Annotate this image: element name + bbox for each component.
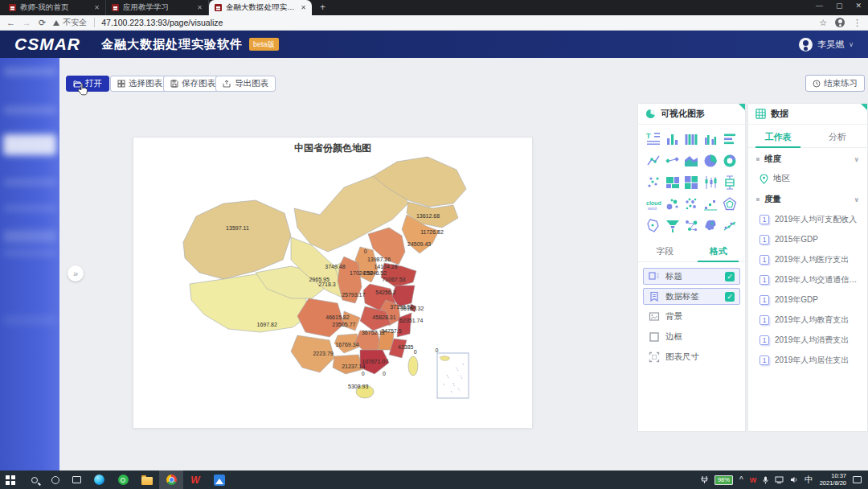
china-choropleth-map[interactable]: 13597.1113612.6811726.8224509.43013987.2… [133, 138, 532, 428]
format-item-label: 图表尺寸 [665, 351, 699, 363]
measure-label: 2015年GDP [775, 234, 818, 245]
sidebar-expand-handle[interactable]: » [68, 265, 84, 281]
chrome-icon[interactable] [159, 471, 183, 489]
security-indicator[interactable]: 不安全 [53, 17, 87, 28]
donut-chart-icon[interactable] [722, 153, 738, 169]
menu-dots-icon[interactable]: ⋮ [853, 18, 862, 28]
measure-item-7[interactable]: 12019年人均居住支出 [748, 350, 867, 370]
format-item-3[interactable]: 边框 [643, 328, 740, 345]
trend-scatter-icon[interactable] [722, 218, 738, 234]
back-icon[interactable]: ← [6, 18, 15, 27]
user-menu[interactable]: 李昊燃 ∨ [799, 38, 854, 51]
browser-tab-1[interactable]: 应用教学学习✕ [106, 0, 209, 15]
end-practice-button[interactable]: 结束练习 [805, 75, 865, 92]
tab-close-icon[interactable]: ✕ [94, 4, 100, 11]
measure-item-0[interactable]: 12019年人均可支配收入 [748, 209, 867, 229]
reload-icon[interactable]: ⟳ [39, 18, 46, 28]
tab-close-icon[interactable]: ✕ [197, 4, 203, 11]
left-nav-blurred[interactable] [0, 58, 59, 471]
format-item-2[interactable]: 背景 [643, 308, 740, 325]
area-chart-icon[interactable] [683, 153, 699, 169]
measure-item-3[interactable]: 12019年人均交通通信… [748, 269, 867, 290]
map-data-label: 13987.26 [367, 257, 391, 262]
radar-icon[interactable] [722, 196, 738, 212]
measure-item-1[interactable]: 12015年GDP [748, 229, 867, 249]
grouped-bar-icon[interactable] [702, 131, 719, 147]
start-button[interactable] [0, 471, 24, 489]
file-explorer-icon[interactable] [135, 471, 159, 489]
polygon-map-icon[interactable] [645, 218, 661, 234]
browser-360-icon[interactable] [111, 471, 135, 489]
step-scatter-icon[interactable] [702, 196, 719, 212]
dimensions-section[interactable]: 维度 ∨ [748, 148, 867, 169]
cortana-icon[interactable] [45, 471, 66, 489]
wps-icon[interactable]: W [183, 471, 207, 489]
text-table-icon[interactable]: T [645, 131, 661, 147]
funnel-icon[interactable] [665, 218, 681, 234]
collapse-chevron-icon[interactable]: ∨ [854, 196, 860, 203]
format-item-0[interactable]: 标题✓ [643, 268, 740, 285]
speaker-icon[interactable] [790, 476, 798, 483]
window-minimize-icon[interactable]: — [816, 2, 823, 10]
select-chart-button[interactable]: 选择图表 [110, 76, 170, 92]
relation-graph-icon[interactable] [683, 218, 699, 234]
marked-line-icon[interactable] [645, 153, 661, 169]
measure-item-4[interactable]: 12019年GDP [748, 290, 867, 310]
wps-tray-icon[interactable]: W [750, 476, 757, 484]
search-icon[interactable] [24, 471, 45, 489]
tray-expand-icon[interactable]: ^ [739, 475, 743, 484]
format-item-4[interactable]: 图表尺寸 [643, 348, 740, 365]
edge-icon[interactable] [87, 471, 111, 489]
dimension-item-region[interactable]: 地区 [748, 169, 867, 188]
address-bar[interactable]: 47.100.223.13:93/page/visualize [94, 18, 223, 27]
histogram-icon[interactable] [683, 131, 699, 147]
save-chart-button[interactable]: 保存图表 [163, 76, 223, 92]
open-button[interactable]: 打开 [66, 76, 109, 92]
treemap-icon[interactable] [665, 175, 681, 191]
candlestick-icon[interactable] [702, 175, 719, 191]
link-chart-icon[interactable] [665, 153, 681, 169]
wordcloud-icon[interactable]: cloudword [645, 196, 661, 212]
measure-item-6[interactable]: 12019年人均消费支出 [748, 330, 867, 350]
ime-indicator[interactable]: 中 [805, 475, 813, 486]
boxplot-icon[interactable] [722, 175, 738, 191]
browser-tab-0[interactable]: 教师-我的首页✕ [3, 0, 106, 15]
china-map-icon[interactable] [702, 218, 719, 234]
measures-section[interactable]: 度量 ∨ [748, 188, 867, 209]
new-tab-button[interactable]: + [320, 2, 326, 15]
task-view-icon[interactable] [66, 471, 87, 489]
window-close-icon[interactable]: ✕ [855, 2, 862, 10]
cluster-scatter-icon[interactable] [683, 196, 699, 212]
bubble-icon[interactable] [665, 196, 681, 212]
measure-item-5[interactable]: 12019年人均教育支出 [748, 310, 867, 330]
tab-worksheet[interactable]: 工作表 [748, 126, 808, 147]
window-maximize-icon[interactable]: ▢ [836, 2, 843, 10]
numeric-field-icon: 1 [760, 215, 769, 224]
network-icon[interactable] [775, 476, 784, 483]
tab-favicon [9, 4, 16, 11]
clock[interactable]: 10:372021/8/20 [820, 473, 846, 487]
tab-close-icon[interactable]: ✕ [301, 4, 306, 11]
profile-icon[interactable] [835, 18, 845, 27]
blue-app-icon[interactable] [207, 471, 231, 489]
forward-icon[interactable]: → [23, 18, 31, 27]
collapse-chevron-icon[interactable]: ∨ [854, 156, 860, 163]
measure-item-2[interactable]: 12019年人均医疗支出 [748, 249, 867, 269]
browser-tab-2[interactable]: 金融大数据处理实验软件✕ [209, 0, 312, 15]
tab-format[interactable]: 格式 [692, 240, 746, 261]
checkbox-checked[interactable]: ✓ [725, 272, 735, 281]
tab-analysis[interactable]: 分析 [808, 126, 867, 147]
quadrant-icon[interactable] [683, 175, 699, 191]
bar-chart-icon[interactable] [665, 131, 681, 147]
export-chart-button[interactable]: 导出图表 [215, 76, 276, 92]
scatter-icon[interactable] [645, 175, 661, 191]
battery-indicator[interactable]: 98% [714, 475, 733, 485]
checkbox-checked[interactable]: ✓ [725, 292, 735, 302]
pie-chart-icon[interactable] [702, 153, 719, 169]
format-item-1[interactable]: 数据标签✓ [643, 288, 740, 305]
horizontal-bar-icon[interactable] [722, 131, 738, 147]
bookmark-star-icon[interactable]: ☆ [819, 18, 827, 28]
notification-center-icon[interactable] [853, 476, 862, 483]
tab-fields[interactable]: 字段 [638, 240, 692, 261]
microphone-icon[interactable] [763, 476, 768, 484]
